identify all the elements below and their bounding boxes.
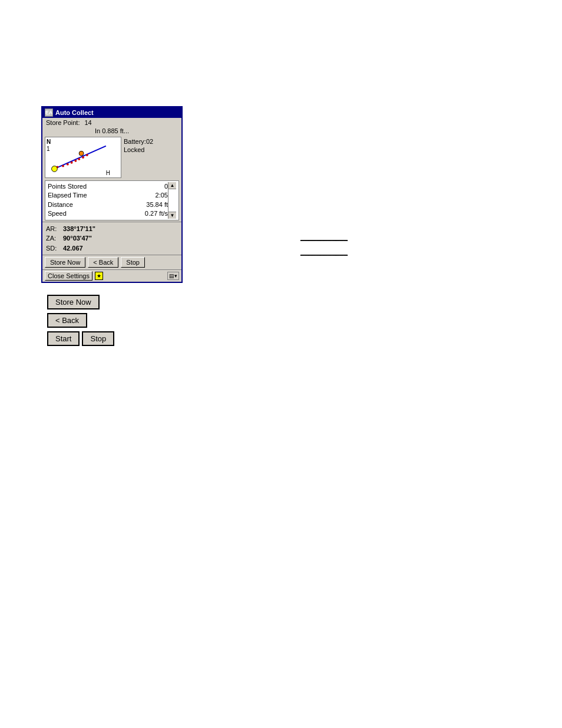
- ar-label: AR:: [46, 224, 61, 234]
- ar-row: AR: 338°17'11": [46, 224, 178, 234]
- chart-svg: [45, 137, 121, 177]
- back-button[interactable]: < Back: [88, 257, 118, 268]
- scroll-track: [168, 189, 176, 212]
- standalone-stop-button[interactable]: Stop: [82, 331, 114, 346]
- button-row: Store Now < Back Stop: [42, 255, 181, 269]
- scroll-down-button[interactable]: ▼: [168, 212, 176, 219]
- store-point-value: 14: [84, 119, 91, 126]
- table-row: Elapsed Time 2:05: [48, 191, 168, 200]
- stats-scrollbar[interactable]: ▲ ▼: [168, 182, 176, 219]
- ar-value: 338°17'11": [63, 224, 95, 234]
- stop-button[interactable]: Stop: [121, 257, 145, 268]
- scroll-up-button[interactable]: ▲: [168, 182, 176, 189]
- stat-value-1: 2:05: [156, 191, 168, 200]
- standalone-start-button[interactable]: Start: [47, 331, 80, 346]
- za-row: ZA: 90°03'47": [46, 233, 178, 243]
- stat-value-2: 35.84 ft: [146, 200, 168, 209]
- chart-canvas: N 1 H: [45, 137, 121, 178]
- standalone-buttons-area: Store Now < Back Start Stop: [47, 295, 183, 346]
- standalone-store-now-row: Store Now: [47, 295, 183, 309]
- battery-label: Battery:02: [124, 138, 153, 145]
- chart-info: Battery:02 Locked: [124, 137, 153, 154]
- svg-point-5: [74, 160, 77, 162]
- right-underline-2: ____________: [300, 248, 348, 256]
- status-label: Locked: [124, 146, 153, 153]
- auto-collect-window: EA Auto Collect Store Point: 14 In 0.885…: [41, 106, 183, 283]
- title-bar: EA Auto Collect: [42, 107, 181, 118]
- svg-point-3: [67, 163, 69, 166]
- stat-label-2: Distance: [48, 200, 73, 209]
- svg-point-4: [71, 162, 73, 164]
- za-label: ZA:: [46, 233, 61, 243]
- sd-row: SD: 42.067: [46, 243, 178, 253]
- close-settings-button[interactable]: Close Settings: [45, 271, 92, 281]
- standalone-store-now-button[interactable]: Store Now: [47, 295, 100, 309]
- svg-point-10: [79, 151, 84, 156]
- title-icon: EA: [45, 108, 53, 117]
- table-row: Speed 0.27 ft/s: [48, 209, 168, 218]
- settings-right-icon: ▤▾: [167, 272, 179, 280]
- start-stop-row: Start Stop: [47, 331, 183, 346]
- store-point-sub: In 0.885 ft...: [42, 127, 181, 136]
- svg-point-2: [62, 165, 64, 167]
- settings-star-icon: ★: [95, 272, 103, 280]
- store-point-label: Store Point:: [46, 119, 80, 126]
- right-underline-1: ____________: [300, 233, 348, 241]
- stats-area: Points Stored 0 Elapsed Time 2:05 Distan…: [45, 180, 179, 220]
- stat-label-1: Elapsed Time: [48, 191, 87, 200]
- window-title: Auto Collect: [55, 109, 94, 116]
- standalone-back-button[interactable]: < Back: [47, 313, 87, 328]
- svg-point-8: [86, 154, 88, 156]
- standalone-back-row: < Back: [47, 313, 183, 328]
- measurements-area: AR: 338°17'11" ZA: 90°03'47" SD: 42.067: [42, 222, 181, 255]
- stat-label-0: Points Stored: [48, 182, 87, 191]
- close-settings-bar: Close Settings ★ ▤▾: [42, 269, 181, 282]
- table-row: Distance 35.84 ft: [48, 200, 168, 209]
- svg-point-9: [52, 166, 58, 172]
- stats-table: Points Stored 0 Elapsed Time 2:05 Distan…: [48, 182, 168, 219]
- store-now-button[interactable]: Store Now: [45, 257, 85, 268]
- za-value: 90°03'47": [63, 233, 92, 243]
- store-point-row: Store Point: 14: [42, 118, 181, 127]
- stat-value-3: 0.27 ft/s: [145, 209, 168, 218]
- chart-area: N 1 H: [42, 136, 181, 179]
- svg-point-6: [78, 158, 80, 160]
- sd-value: 42.067: [63, 243, 83, 253]
- sd-label: SD:: [46, 243, 61, 253]
- svg-point-7: [82, 156, 84, 159]
- table-row: Points Stored 0: [48, 182, 168, 191]
- stat-label-3: Speed: [48, 209, 67, 218]
